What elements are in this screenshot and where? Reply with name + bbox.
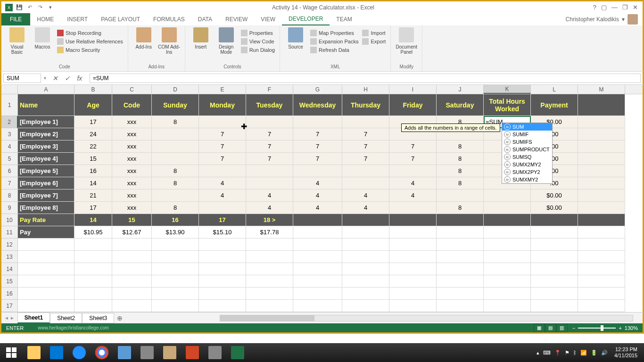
row-header-3[interactable]: 3 xyxy=(1,128,18,140)
ribbon-display-icon[interactable]: ▢ xyxy=(601,4,607,11)
cell-B3[interactable]: 24 xyxy=(74,128,112,140)
cell-E4[interactable]: 7 xyxy=(199,140,246,153)
cell-A14[interactable] xyxy=(18,263,74,275)
zoom-level[interactable]: 130% xyxy=(625,325,638,331)
close-icon[interactable]: ✕ xyxy=(633,4,638,11)
cell-M2[interactable] xyxy=(578,116,625,128)
taskbar-explorer[interactable] xyxy=(23,343,45,362)
cell-D6[interactable]: 8 xyxy=(152,165,199,177)
cell-A9[interactable]: [Employee 8] xyxy=(18,202,74,214)
cell-G12[interactable] xyxy=(293,239,342,251)
cell-J12[interactable] xyxy=(437,239,484,251)
cell-E10[interactable]: 17 xyxy=(199,214,246,226)
undo-icon[interactable]: ↶ xyxy=(26,4,33,11)
cell-B1[interactable]: Age xyxy=(74,94,112,116)
tray-battery-icon[interactable]: 🔋 xyxy=(591,350,597,356)
taskbar-powerpoint[interactable] xyxy=(181,343,204,362)
cell-F17[interactable] xyxy=(246,300,293,312)
cell-M16[interactable] xyxy=(578,288,625,300)
cell-E14[interactable] xyxy=(199,263,246,275)
view-code-button[interactable]: View Code xyxy=(240,38,276,45)
tray-location-icon[interactable]: 📍 xyxy=(554,350,561,356)
cell-H2[interactable] xyxy=(342,116,389,128)
cell-J13[interactable] xyxy=(437,251,484,263)
cell-C5[interactable]: xxx xyxy=(112,153,152,165)
cell-M14[interactable] xyxy=(578,263,625,275)
cell-K14[interactable] xyxy=(484,263,531,275)
refresh-data-button[interactable]: Refresh Data xyxy=(309,46,359,54)
cell-C17[interactable] xyxy=(112,300,152,312)
cell-B8[interactable]: 21 xyxy=(74,189,112,202)
cell-E7[interactable]: 4 xyxy=(199,177,246,189)
autocomplete-item[interactable]: fxSUMX2PY2 xyxy=(502,168,552,176)
sheet-tab-2[interactable]: Sheet2 xyxy=(50,313,82,323)
cell-B4[interactable]: 22 xyxy=(74,140,112,153)
cell-I16[interactable] xyxy=(389,288,437,300)
cell-G6[interactable] xyxy=(293,165,342,177)
cell-H6[interactable] xyxy=(342,165,389,177)
cell-M17[interactable] xyxy=(578,300,625,312)
cell-A2[interactable]: [Employee 1] xyxy=(18,116,74,128)
file-tab[interactable]: FILE xyxy=(1,13,30,25)
cell-A16[interactable] xyxy=(18,288,74,300)
spreadsheet-grid[interactable]: A B C D E F G H I J K L M 1NameAgeCodeSu… xyxy=(0,85,644,312)
cell-C13[interactable] xyxy=(112,251,152,263)
taskbar-outlook[interactable] xyxy=(45,343,68,362)
cell-H14[interactable] xyxy=(342,263,389,275)
tray-keyboard-icon[interactable]: ⌨ xyxy=(543,350,551,356)
cell-G5[interactable]: 7 xyxy=(293,153,342,165)
tray-volume-icon[interactable]: 🔊 xyxy=(601,350,608,356)
cell-A8[interactable]: [Employee 7] xyxy=(18,189,74,202)
cell-I13[interactable] xyxy=(389,251,437,263)
addins-button[interactable]: Add-Ins xyxy=(132,27,156,63)
cell-F16[interactable] xyxy=(246,288,293,300)
sheet-tab-1[interactable]: Sheet1 xyxy=(17,313,50,323)
cell-E5[interactable]: 7 xyxy=(199,153,246,165)
cell-M9[interactable] xyxy=(578,202,625,214)
cell-K12[interactable] xyxy=(484,239,531,251)
cell-M5[interactable] xyxy=(578,153,625,165)
cell-C3[interactable]: xxx xyxy=(112,128,152,140)
fx-icon[interactable]: fx xyxy=(74,74,85,82)
cell-H15[interactable] xyxy=(342,275,389,288)
cell-L10[interactable] xyxy=(531,214,578,226)
export-button[interactable]: Export xyxy=(361,38,387,45)
cell-D7[interactable]: 8 xyxy=(152,177,199,189)
sheet-tab-3[interactable]: Sheet3 xyxy=(82,313,114,323)
cell-G4[interactable]: 7 xyxy=(293,140,342,153)
row-header-12[interactable]: 12 xyxy=(1,239,18,251)
cell-I4[interactable]: 7 xyxy=(389,140,437,153)
row-header-5[interactable]: 5 xyxy=(1,153,18,165)
cell-E6[interactable] xyxy=(199,165,246,177)
cell-G8[interactable]: 4 xyxy=(293,189,342,202)
cell-B2[interactable]: 17 xyxy=(74,116,112,128)
cell-H3[interactable]: 7 xyxy=(342,128,389,140)
cell-D17[interactable] xyxy=(152,300,199,312)
cell-B14[interactable] xyxy=(74,263,112,275)
cell-J7[interactable]: 8 xyxy=(437,177,484,189)
cell-K16[interactable] xyxy=(484,288,531,300)
cell-C16[interactable] xyxy=(112,288,152,300)
cell-K8[interactable] xyxy=(484,189,531,202)
select-all-corner[interactable] xyxy=(1,85,18,94)
cell-H4[interactable]: 7 xyxy=(342,140,389,153)
cell-M7[interactable] xyxy=(578,177,625,189)
visual-basic-button[interactable]: Visual Basic xyxy=(5,27,29,63)
col-header-C[interactable]: C xyxy=(112,85,152,94)
cell-B17[interactable] xyxy=(74,300,112,312)
zoom-in-icon[interactable]: + xyxy=(619,325,621,331)
cell-A17[interactable] xyxy=(18,300,74,312)
sheet-nav[interactable]: ◄► xyxy=(1,315,17,321)
cell-I12[interactable] xyxy=(389,239,437,251)
cell-A12[interactable] xyxy=(18,239,74,251)
cancel-formula-icon[interactable]: ✕ xyxy=(50,74,60,82)
cell-D15[interactable] xyxy=(152,275,199,288)
tray-flag-icon[interactable]: ⚑ xyxy=(565,350,570,356)
cell-G15[interactable] xyxy=(293,275,342,288)
cell-F8[interactable]: 4 xyxy=(246,189,293,202)
source-button[interactable]: Source xyxy=(284,27,307,63)
cell-E13[interactable] xyxy=(199,251,246,263)
tray-bluetooth-icon[interactable]: ᛒ xyxy=(573,350,577,355)
cell-A5[interactable]: [Employee 4] xyxy=(18,153,74,165)
name-box-dropdown-icon[interactable]: ▼ xyxy=(43,76,47,81)
